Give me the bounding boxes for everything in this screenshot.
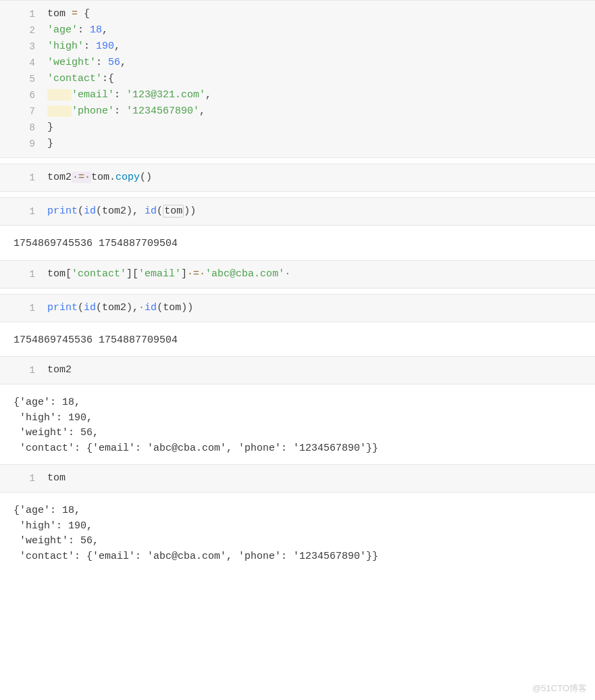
code-line: 1print(id(tom2), id(tom)) <box>0 203 595 220</box>
output-cell: {'age': 18, 'high': 190, 'weight': 56, '… <box>0 498 595 572</box>
code-token: 'abc@cba.com' <box>205 268 284 280</box>
code-token: 'phone' <box>72 105 114 117</box>
code-line: 1tom <box>0 470 595 486</box>
code-token: ( <box>157 302 163 314</box>
code-line: 5'contact':{ <box>0 71 595 87</box>
code-content: tom2·=·tom.copy() <box>47 170 152 186</box>
line-number: 1 <box>0 6 47 22</box>
code-content: tom = { <box>47 6 90 22</box>
code-cell: 1print(id(tom2),·id(tom)) <box>0 294 595 322</box>
code-token: ), <box>126 302 138 314</box>
code-token: ·=· <box>72 172 91 183</box>
line-number: 4 <box>0 55 47 71</box>
code-token: ·=· <box>187 268 205 280</box>
code-token: , <box>199 105 205 117</box>
code-content: tom2 <box>47 362 72 378</box>
code-token: id <box>145 205 157 217</box>
code-content: print(id(tom2),·id(tom)) <box>47 300 193 316</box>
code-token: , <box>120 57 126 68</box>
code-token: . <box>109 172 115 183</box>
code-token: [ <box>66 268 72 280</box>
code-token: id <box>84 302 96 314</box>
code-token: ] <box>181 268 187 280</box>
code-line: 4'weight': 56, <box>0 55 595 71</box>
code-token: · <box>138 302 145 314</box>
code-line: 8} <box>0 120 595 136</box>
code-content: } <box>47 120 53 136</box>
code-content: 'weight': 56, <box>47 55 126 71</box>
line-number: 6 <box>0 87 47 103</box>
code-token: · <box>284 268 290 280</box>
code-token: , <box>102 24 108 36</box>
line-number: 1 <box>0 170 47 186</box>
code-token: 18 <box>90 24 102 36</box>
code-cell: 1tom = {2'age': 18,3'high': 190,4'weight… <box>0 0 595 158</box>
notebook-root: 1tom = {2'age': 18,3'high': 190,4'weight… <box>0 0 595 572</box>
code-token: tom2 <box>102 205 126 217</box>
code-line: 1tom2 <box>0 362 595 378</box>
code-token: { <box>78 8 90 20</box>
line-number: 8 <box>0 120 47 136</box>
code-token: ( <box>96 205 102 217</box>
code-token: tom2 <box>47 172 72 183</box>
code-token: } <box>47 122 53 133</box>
code-line: 1tom['contact']['email']·=·'abc@cba.com'… <box>0 266 595 282</box>
code-cell: 1tom <box>0 464 595 493</box>
code-line: 2'age': 18, <box>0 22 595 39</box>
code-cell: 1tom['contact']['email']·=·'abc@cba.com'… <box>0 260 595 289</box>
line-number: 1 <box>0 203 47 220</box>
code-token: , <box>205 89 211 101</box>
code-content: 'email': '123@321.com', <box>47 87 211 103</box>
code-token <box>47 105 72 117</box>
code-token: tom <box>163 302 181 314</box>
code-line: 3'high': 190, <box>0 39 595 55</box>
code-token: 190 <box>96 41 114 52</box>
code-token: )) <box>184 205 196 217</box>
code-content: 'age': 18, <box>47 22 108 39</box>
code-cell: 1tom2 <box>0 356 595 384</box>
code-token: tom2 <box>47 364 72 376</box>
code-content: 'high': 190, <box>47 39 120 55</box>
code-cell: 1print(id(tom2), id(tom)) <box>0 197 595 226</box>
code-token: = <box>72 8 78 20</box>
code-token: )) <box>181 302 193 314</box>
code-token: } <box>47 138 53 149</box>
code-cell: 1tom2·=·tom.copy() <box>0 164 595 192</box>
code-token: : <box>96 57 108 68</box>
code-token: 'high' <box>47 41 84 52</box>
output-cell: {'age': 18, 'high': 190, 'weight': 56, '… <box>0 390 595 464</box>
code-token: tom <box>47 472 66 484</box>
code-token: '1234567890' <box>126 105 199 117</box>
code-token: id <box>84 205 96 217</box>
line-number: 2 <box>0 22 47 39</box>
line-number: 1 <box>0 266 47 282</box>
code-token: copy <box>115 172 140 183</box>
code-token: () <box>140 172 152 183</box>
code-content: print(id(tom2), id(tom)) <box>47 203 196 220</box>
code-token: tom <box>47 268 66 280</box>
code-token: : <box>114 105 126 117</box>
code-token: ( <box>78 302 84 314</box>
code-token: 'contact' <box>47 73 102 84</box>
code-line: 1tom2·=·tom.copy() <box>0 170 595 186</box>
code-line: 9} <box>0 136 595 152</box>
code-content: } <box>47 136 53 152</box>
code-token: ][ <box>126 268 138 280</box>
line-number: 9 <box>0 136 47 152</box>
code-token: 'age' <box>47 24 78 36</box>
line-number: 5 <box>0 71 47 87</box>
code-token: 'contact' <box>72 268 126 280</box>
code-token: tom <box>91 172 109 183</box>
code-token: ), <box>126 205 145 217</box>
code-token: tom2 <box>102 302 126 314</box>
code-token: 'email' <box>72 89 114 101</box>
code-token: ( <box>157 205 163 217</box>
code-token: '123@321.com' <box>126 89 205 101</box>
code-token: : <box>84 41 96 52</box>
line-number: 1 <box>0 300 47 316</box>
code-token: ( <box>96 302 102 314</box>
code-token <box>47 89 72 101</box>
code-token: :{ <box>102 73 114 84</box>
line-number: 3 <box>0 39 47 55</box>
code-content: 'phone': '1234567890', <box>47 103 205 120</box>
